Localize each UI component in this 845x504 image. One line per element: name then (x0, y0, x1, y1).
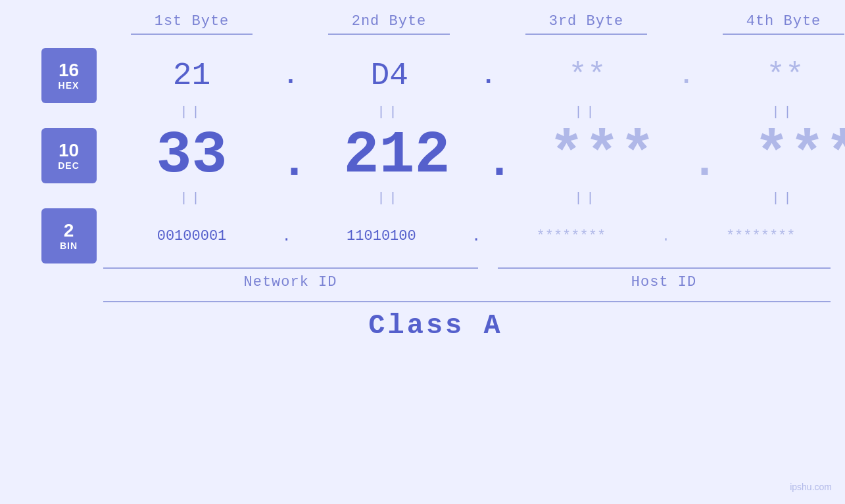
hex-byte3: ** (498, 58, 676, 93)
bin-byte2: 11010100 (293, 228, 470, 244)
equals2-byte1: || (180, 191, 203, 206)
hex-byte4: ** (696, 58, 845, 93)
dec-badge-number: 10 (59, 141, 79, 161)
equals1-byte1: || (180, 104, 203, 120)
equals2-byte2: || (377, 191, 400, 206)
class-bracket-line (103, 301, 831, 302)
dec-byte4: *** (719, 122, 845, 189)
hex-dot1: . (283, 62, 299, 90)
dec-byte1: 33 (103, 122, 281, 189)
dec-dot3: . (691, 137, 719, 189)
hex-byte1: 21 (103, 58, 281, 93)
host-id-bracket: Host ID (498, 267, 831, 290)
equals2-byte4: || (771, 191, 795, 206)
byte1-label: 1st Byte (155, 13, 229, 30)
hex-badge: 16 HEX (41, 48, 97, 103)
watermark: ipshu.com (790, 482, 832, 492)
hex-badge-label: HEX (59, 80, 80, 91)
dec-badge-label: DEC (58, 160, 80, 171)
network-id-bracket: Network ID (103, 267, 478, 290)
dec-byte3: *** (514, 122, 691, 189)
bin-dot1: . (282, 227, 291, 245)
hex-dot3: . (679, 62, 694, 90)
byte3-label: 3rd Byte (549, 13, 624, 30)
equals2-byte3: || (574, 191, 598, 206)
bin-badge: 2 BIN (41, 208, 97, 263)
equals1-byte3: || (574, 104, 598, 120)
bin-byte3: ******** (482, 228, 660, 244)
hex-dot2: . (481, 62, 496, 90)
hex-badge-number: 16 (59, 60, 79, 81)
bin-badge-number: 2 (64, 221, 74, 241)
dec-badge: 10 DEC (41, 128, 97, 183)
dec-byte2: 212 (308, 122, 486, 189)
byte4-label: 4th Byte (746, 13, 821, 30)
byte2-label: 2nd Byte (352, 13, 427, 30)
dec-dot1: . (281, 137, 308, 189)
bin-badge-label: BIN (60, 241, 78, 251)
equals1-byte2: || (377, 104, 400, 120)
equals1-byte4: || (771, 104, 795, 120)
dec-dot2: . (486, 137, 514, 189)
bin-dot2: . (471, 227, 481, 245)
class-label: Class A (368, 310, 502, 342)
hex-byte2: D4 (301, 58, 478, 93)
bin-dot3: . (661, 227, 670, 245)
bin-byte1: 00100001 (103, 228, 281, 244)
main-container: 1st Byte 2nd Byte 3rd Byte 4th Byte 16 (0, 0, 845, 504)
network-id-label: Network ID (103, 274, 478, 290)
host-id-label: Host ID (498, 274, 831, 290)
bin-byte4: ******** (672, 228, 845, 244)
